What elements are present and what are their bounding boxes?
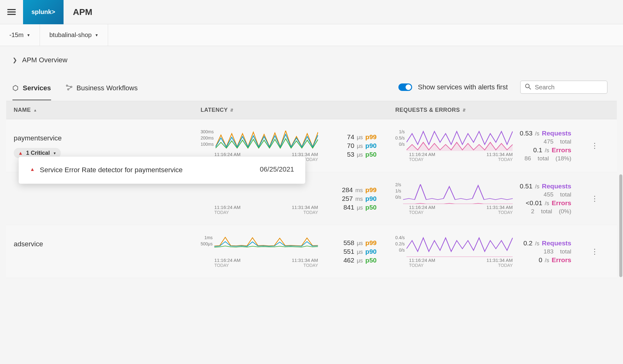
tab-services[interactable]: ⬡ Services xyxy=(12,80,51,100)
latency-yaxis: 300ms 200ms 100ms xyxy=(201,129,216,151)
latency-sparkline xyxy=(216,129,318,151)
sort-icon: ⇵ xyxy=(230,108,234,112)
kebab-menu-icon[interactable]: ⋮ xyxy=(591,194,599,203)
alert-popover-date: 06/25/2021 xyxy=(260,165,294,173)
reqerr-chart: 1/s 0.5/s 0/s 11:16:24 AM11:31:34 AM TOD… xyxy=(395,125,513,166)
latency-xaxis: 11:16:24 AM11:31:34 AM xyxy=(201,151,318,157)
filter-bar: -15m ▼ btubalinal-shop ▼ xyxy=(0,24,623,46)
svg-rect-2 xyxy=(7,14,16,15)
chevron-down-icon: ▼ xyxy=(53,151,56,155)
timerange-dropdown[interactable]: -15m ▼ xyxy=(0,24,40,46)
latency-cell: 1ms500μs 11:16:24 AM11:31:34 AM TODAYTOD… xyxy=(193,225,388,278)
latency-sparkline xyxy=(202,182,318,204)
scrollbar[interactable] xyxy=(619,174,622,277)
column-requests-errors[interactable]: REQUESTS & ERRORS⇵ xyxy=(388,101,583,119)
reqerr-sparkline xyxy=(407,129,513,151)
alert-popover: ▲ Service Error Rate detector for paymen… xyxy=(19,157,305,184)
column-name[interactable]: NAME▲ xyxy=(6,101,193,119)
hamburger-icon xyxy=(7,9,16,15)
column-latency[interactable]: LATENCY⇵ xyxy=(193,101,388,119)
tab-workflows-label: Business Workflows xyxy=(77,84,138,92)
search-icon xyxy=(525,83,531,91)
alerts-first-label: Show services with alerts first xyxy=(418,83,508,91)
breadcrumb-text: APM Overview xyxy=(22,56,67,64)
latency-sparkline xyxy=(214,235,318,257)
splunk-logo: splunk> xyxy=(23,0,64,24)
timerange-value: -15m xyxy=(9,31,24,39)
chevron-down-icon: ▼ xyxy=(27,33,31,37)
tab-services-label: Services xyxy=(23,84,51,92)
reqerr-cell: 0.4/s0.2/s0/s 11:16:24 AM11:31:34 AM TOD… xyxy=(388,225,583,278)
chevron-right-icon: ❯ xyxy=(12,57,17,64)
topbar: splunk> APM xyxy=(0,0,623,24)
menu-button[interactable] xyxy=(0,9,23,15)
column-actions xyxy=(583,101,607,119)
table-header: NAME▲ LATENCY⇵ REQUESTS & ERRORS⇵ xyxy=(6,101,617,119)
search-box[interactable] xyxy=(520,81,607,94)
critical-triangle-icon: ▲ xyxy=(18,150,23,156)
tabs: ⬡ Services Business Workflows xyxy=(12,80,138,100)
kebab-menu-icon[interactable]: ⋮ xyxy=(591,141,599,150)
svg-point-4 xyxy=(70,86,72,87)
alert-count: 1 Critical xyxy=(26,150,50,156)
row-actions: ⋮ xyxy=(583,119,607,172)
svg-line-7 xyxy=(529,87,531,89)
alerts-first-toggle[interactable] xyxy=(398,83,412,91)
breadcrumb-link[interactable]: ❯ APM Overview xyxy=(12,56,611,64)
tabs-row: ⬡ Services Business Workflows Show servi… xyxy=(0,70,623,101)
chevron-down-icon: ▼ xyxy=(95,33,98,37)
sort-icon: ⇵ xyxy=(463,108,466,112)
alert-popover-message[interactable]: Service Error Rate detector for payments… xyxy=(40,165,255,175)
reqerr-xaxis: 11:16:24 AM11:31:34 AM xyxy=(395,151,513,157)
svg-rect-0 xyxy=(7,9,16,10)
kebab-menu-icon[interactable]: ⋮ xyxy=(591,247,599,256)
reqerr-sparkline xyxy=(403,182,513,204)
service-name[interactable]: paymentservice xyxy=(14,125,186,142)
reqerr-cell: 2/s1/s0/s 11:16:24 AM11:31:34 AM TODAYTO… xyxy=(388,172,583,225)
breadcrumb-area: ❯ APM Overview xyxy=(0,46,623,70)
workflow-icon xyxy=(66,84,72,92)
service-name[interactable]: adservice xyxy=(14,231,186,248)
hexagon-icon: ⬡ xyxy=(12,84,18,92)
critical-triangle-icon: ▲ xyxy=(30,167,35,172)
rows-container: paymentservice ▲ 1 Critical ▼ 300ms 200m… xyxy=(6,119,617,278)
service-row: adservice 1ms500μs 11:16:24 AM11:31:34 A… xyxy=(6,225,617,278)
reqerr-sparkline xyxy=(407,235,513,257)
reqerr-cell: 1/s 0.5/s 0/s 11:16:24 AM11:31:34 AM TOD… xyxy=(388,119,583,172)
alerts-first-toggle-group: Show services with alerts first xyxy=(398,83,508,97)
latency-metrics: 74μsp99 70μsp90 53μsp50 xyxy=(318,125,380,166)
svg-point-3 xyxy=(66,85,67,86)
svg-point-6 xyxy=(526,84,529,88)
sort-asc-icon: ▲ xyxy=(33,108,37,112)
latency-chart: 11:16:24 AM11:31:34 AM TODAYTODAY xyxy=(201,178,318,219)
tab-workflows[interactable]: Business Workflows xyxy=(66,80,138,100)
app-title: APM xyxy=(64,7,102,17)
service-name-cell: adservice xyxy=(6,225,193,278)
environment-dropdown[interactable]: btubalinal-shop ▼ xyxy=(40,24,108,46)
reqerr-metrics: 0.53/sRequests 475 total 0.1/sErrors 86 … xyxy=(513,125,575,166)
environment-value: btubalinal-shop xyxy=(49,31,92,39)
svg-rect-1 xyxy=(7,11,16,12)
reqerr-yaxis: 1/s 0.5/s 0/s xyxy=(395,129,407,151)
search-input[interactable] xyxy=(535,84,603,91)
